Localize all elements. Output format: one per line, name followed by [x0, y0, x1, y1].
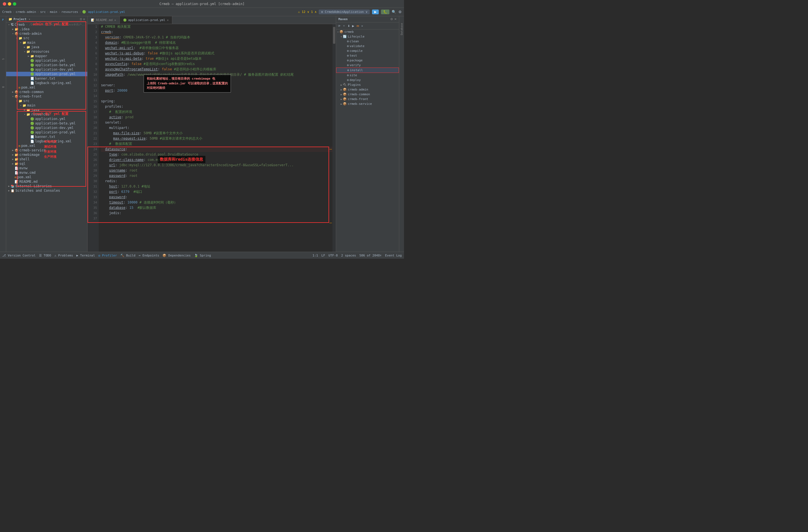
settings-button[interactable]: ⚙ [398, 10, 402, 14]
tree-item-resources-front[interactable]: ▾ 📁 resources [6, 112, 87, 117]
maven-item-crmeb-service[interactable]: ▶ 📦 crmeb-service [336, 101, 399, 106]
editor-content[interactable]: 1 2 3 4 5 6 7 8 9 10 11 12 13 14 15 16 1 [88, 24, 336, 252]
git-icon[interactable]: ⎇ Version Control [2, 254, 36, 257]
tree-item-app-yml[interactable]: ▶ 🟢 application.yml [6, 58, 87, 63]
maven-close-btn[interactable]: ✕ [394, 17, 397, 21]
tree-item-crmeb-front[interactable]: ▾ 📦 crmeb-front [6, 94, 87, 99]
tree-item-fbanner[interactable]: ▶ 📃 banner.txt [6, 135, 87, 139]
editor-minimap[interactable] [332, 24, 336, 252]
tree-item-pom-admin[interactable]: ▶ m pom.xml [6, 85, 87, 90]
window-controls[interactable] [3, 2, 16, 6]
status-build[interactable]: 🔨 Build [121, 254, 135, 257]
breadcrumb-main[interactable]: main [50, 10, 57, 14]
status-spring[interactable]: 🍃 Spring [194, 254, 211, 257]
status-dependencies[interactable]: 📦 Dependencies [162, 254, 190, 257]
tree-item-pom-root[interactable]: ▶ m pom.xml [6, 175, 87, 179]
tree-item-readme[interactable]: ▶ 📝 README.md [6, 179, 87, 184]
maven-item-deploy[interactable]: ▶ ⚙ deploy [336, 78, 399, 82]
debug-button[interactable]: 🐛 [381, 10, 389, 14]
search-button[interactable]: 🔍 [392, 10, 396, 14]
tree-item-shell[interactable]: ▶ 📁 shell [6, 157, 87, 162]
maven-item-crmeb-admin[interactable]: ▶ 📦 crmeb-admin [336, 87, 399, 92]
tab-prod[interactable]: 🟢 application-prod.yml ✕ [120, 16, 172, 24]
maven-download-btn[interactable]: ⬇ [347, 23, 351, 28]
tree-item-banner-admin[interactable]: ▶ 📃 banner.txt [6, 76, 87, 81]
tree-item-resources-admin[interactable]: ▾ 📁 resources [6, 49, 87, 54]
maven-item-lifecycle[interactable]: ▾ 🔄 Lifecycle [336, 34, 399, 39]
breadcrumb-crmeb[interactable]: Crmeb [2, 10, 12, 14]
sidebar-icon-bookmarks[interactable]: B [1, 84, 6, 90]
maven-item-crmeb-common[interactable]: ▶ 📦 crmeb-common [336, 92, 399, 97]
status-profiler[interactable]: ◎ Profiler [98, 254, 117, 257]
maven-item-install[interactable]: ▶ ⚙ install 执行打包 [336, 68, 399, 73]
sidebar-dropdown[interactable]: ▾ [29, 18, 30, 21]
tree-item-fapp-yml[interactable]: ▶ 🟢 application.yml [6, 117, 87, 121]
indent[interactable]: 2 spaces [341, 254, 356, 257]
tree-item-src-admin[interactable]: ▾ 📁 src [6, 36, 87, 40]
tree-item-java-admin[interactable]: ▶ 📁 java [6, 45, 87, 49]
run-button[interactable]: ▶ [372, 10, 379, 14]
maven-m-btn[interactable]: m [356, 23, 360, 28]
maximize-button[interactable] [13, 2, 16, 6]
tree-item-fapp-dev[interactable]: ▶ 🟢 application-dev.yml [6, 126, 87, 130]
app-selector[interactable]: ⚙ CrmebAdminApplication ∨ [319, 10, 370, 14]
sidebar-collapse-btn[interactable]: ☰ [80, 18, 82, 21]
tree-item-idea[interactable]: ▶ 📁 .idea [6, 27, 87, 32]
tree-item-flogback[interactable]: ▶ 📄 logback-spring.xml [6, 139, 87, 144]
minimize-button[interactable] [8, 2, 11, 6]
tree-item-sql[interactable]: ▶ 📁 sql [6, 162, 87, 166]
close-button[interactable] [3, 2, 6, 6]
status-todo[interactable]: ☰ TODO [39, 254, 51, 257]
tree-item-fapp-beta[interactable]: ▶ 🟢 application-beta.yml [6, 121, 87, 126]
maven-item-site[interactable]: ▶ ⚙ site [336, 73, 399, 78]
maven-item-clean[interactable]: ▶ ⚙ clean [336, 39, 399, 44]
maven-item-crmeb-front[interactable]: ▶ 📦 crmeb-front [336, 97, 399, 101]
tree-item-main-front[interactable]: ▾ 📁 main [6, 103, 87, 108]
status-problems[interactable]: ⚠ Problems [54, 254, 73, 257]
warnings-indicator[interactable]: ⚠ 12 ∨ 1 ∧ [298, 10, 316, 14]
tree-item-crmeb-admin[interactable]: ▾ 📦 crmeb-admin [6, 32, 87, 36]
maven-item-test[interactable]: ▶ ⚙ test [336, 53, 399, 58]
database-panel-toggle[interactable]: Database [399, 16, 404, 252]
tab-close-prod[interactable]: ✕ [167, 19, 169, 22]
tree-item-crmeb-common[interactable]: ▶ 📦 crmeb-common [6, 90, 87, 94]
tree-item-main-admin[interactable]: ▾ 📁 main [6, 40, 87, 45]
tree-item-ext-libs[interactable]: ▶ 📚 External Libraries [6, 184, 87, 188]
tree-item-crmeb[interactable]: ▾ 🏗 Crmeb – /Documents/ZBKJ/商业版/Java单商户.… [6, 22, 87, 27]
maven-item-plugins[interactable]: ▶ 🔌 Plugins [336, 82, 399, 87]
tree-item-src-front[interactable]: ▾ 📁 src [6, 99, 87, 103]
tree-item-java-front[interactable]: ▶ 📁 java [6, 108, 87, 112]
event-log[interactable]: Event Log [385, 254, 402, 257]
maven-item-verify[interactable]: ▶ ⚙ verify [336, 63, 399, 68]
line-ending[interactable]: LF [322, 254, 325, 257]
sidebar-icon-project[interactable]: P [1, 17, 6, 22]
tree-item-app-beta[interactable]: ▶ 🟢 application-beta.yml [6, 63, 87, 67]
breadcrumb-src[interactable]: src [40, 10, 46, 14]
tab-close-readme[interactable]: ✕ [114, 19, 116, 22]
encoding[interactable]: UTF-8 [329, 254, 338, 257]
tree-item-mvnw[interactable]: ▶ 📄 mvnw [6, 166, 87, 170]
tree-item-logback-admin[interactable]: ▶ 📄 logback-spring.xml [6, 81, 87, 85]
breadcrumb-resources[interactable]: resources [61, 10, 78, 14]
tab-readme[interactable]: 📝 README.md ✕ [88, 16, 120, 24]
status-terminal[interactable]: ▶ Terminal [76, 254, 95, 257]
maven-item-crmeb[interactable]: ▾ 📦 crmeb [336, 30, 399, 34]
maven-item-validate[interactable]: ▶ ⚙ validate [336, 44, 399, 49]
status-endpoints[interactable]: ↔ Endpoints [139, 254, 159, 257]
tree-item-app-prod[interactable]: ▶ 🟢 application-prod.yml [6, 72, 87, 76]
code-editor[interactable]: # CRMEB 相关配置 crmeb: version: CRMEB-JAVA-… [99, 24, 332, 252]
maven-item-package[interactable]: ▶ ⚙ package [336, 58, 399, 63]
sidebar-gear-btn[interactable]: ⚙ [83, 18, 85, 21]
maven-item-compile[interactable]: ▶ ⚙ compile [336, 49, 399, 53]
tree-item-fapp-prod[interactable]: ▶ 🟢 application-prod.yml [6, 130, 87, 135]
breadcrumb-file[interactable]: 🟢 application-prod.yml [82, 10, 125, 14]
tree-item-crmebimage[interactable]: ▶ 📁 crmebimage [6, 152, 87, 157]
maven-more-btn[interactable]: » [361, 23, 364, 28]
maven-run-btn[interactable]: ▶ [351, 23, 355, 28]
sidebar-icon-structure[interactable]: S [1, 57, 6, 62]
tree-item-crmeb-service[interactable]: ▶ 📦 crmeb-service [6, 148, 87, 152]
maven-add-btn[interactable]: ＋ [342, 23, 346, 28]
tree-item-app-dev[interactable]: ▶ 🟢 application-dev.yml [6, 67, 87, 72]
breadcrumb-admin[interactable]: crmeb-admin [16, 10, 36, 14]
maven-refresh-btn[interactable]: ⟳ [337, 23, 341, 28]
